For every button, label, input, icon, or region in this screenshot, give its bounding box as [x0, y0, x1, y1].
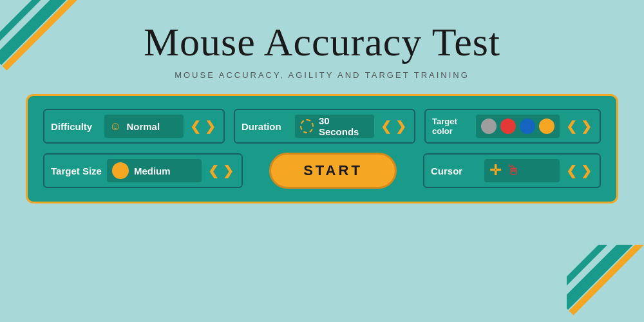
target-size-control: Target Size Medium ❮ ❯ [43, 153, 243, 188]
duration-timer-icon [300, 119, 314, 133]
duration-next-button[interactable]: ❯ [394, 118, 408, 134]
cursor-arrow-icon: 🖱 [506, 162, 520, 179]
page-subtitle: MOUSE ACCURACY, AGILITY AND TARGET TRAIN… [175, 70, 469, 80]
target-color-next-button[interactable]: ❯ [580, 118, 593, 134]
target-size-next-button[interactable]: ❯ [222, 163, 235, 178]
cursor-arrows: ❮ ❯ [565, 163, 593, 178]
color-circle-orange [539, 118, 554, 134]
cursor-icons-group: ✛ 🖱 [489, 162, 520, 179]
duration-value-area: 30 Seconds [295, 115, 374, 138]
difficulty-label: Difficulty [51, 121, 99, 132]
difficulty-value: Normal [126, 121, 160, 132]
target-size-icon [112, 162, 129, 179]
main-content: Mouse Accuracy Test MOUSE ACCURACY, AGIL… [0, 0, 644, 204]
duration-control: Duration 30 Seconds ❮ ❯ [234, 109, 415, 144]
target-color-control: Targetcolor ❮ ❯ [424, 109, 601, 144]
target-size-prev-button[interactable]: ❮ [207, 163, 220, 178]
cursor-label: Cursor [431, 166, 479, 176]
cursor-control: Cursor ✛ 🖱 ❮ ❯ [423, 153, 601, 188]
start-button[interactable]: START [269, 153, 397, 189]
cursor-value-area: ✛ 🖱 [484, 159, 560, 182]
difficulty-smiley-icon: ☺ [109, 120, 121, 133]
target-color-arrows: ❮ ❯ [565, 118, 593, 134]
start-area: START [252, 153, 414, 189]
duration-value: 30 Seconds [319, 115, 369, 137]
difficulty-value-area: ☺ Normal [104, 115, 184, 138]
difficulty-next-button[interactable]: ❯ [204, 118, 217, 134]
target-size-label: Target Size [51, 166, 102, 176]
duration-prev-button[interactable]: ❮ [379, 118, 393, 134]
cursor-next-button[interactable]: ❯ [580, 163, 593, 178]
target-size-value: Medium [134, 166, 171, 176]
target-color-value-area [476, 115, 560, 138]
duration-arrows: ❮ ❯ [379, 118, 408, 134]
color-circle-gray [481, 118, 497, 134]
difficulty-control: Difficulty ☺ Normal ❮ ❯ [43, 109, 225, 144]
settings-panel: Difficulty ☺ Normal ❮ ❯ Duration 30 Seco… [26, 94, 618, 204]
color-circles-group [481, 118, 554, 134]
difficulty-prev-button[interactable]: ❮ [189, 118, 202, 134]
target-size-arrows: ❮ ❯ [207, 163, 235, 178]
corner-decoration-br [567, 245, 644, 322]
page-title: Mouse Accuracy Test [144, 19, 500, 65]
difficulty-arrows: ❮ ❯ [189, 118, 217, 134]
color-circle-red [500, 118, 516, 134]
cursor-prev-button[interactable]: ❮ [565, 163, 578, 178]
target-size-value-area: Medium [107, 159, 202, 182]
target-color-prev-button[interactable]: ❮ [565, 118, 578, 134]
color-circle-blue [520, 118, 535, 134]
target-color-label: Targetcolor [432, 117, 471, 136]
duration-label: Duration [242, 121, 290, 132]
cursor-crosshair-icon: ✛ [489, 164, 501, 178]
